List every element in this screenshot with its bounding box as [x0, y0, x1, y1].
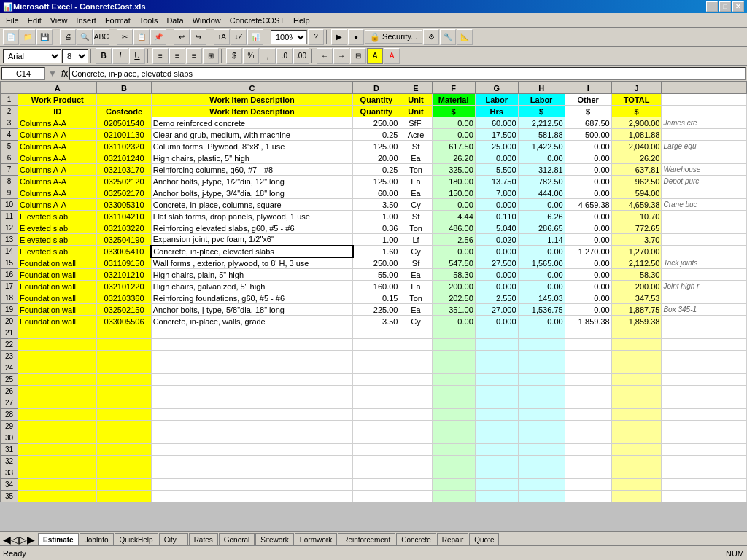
cell-c31[interactable]	[151, 444, 353, 456]
security-button[interactable]: 🔒 Security...	[365, 30, 422, 44]
underline-button[interactable]: U	[129, 48, 145, 64]
cell-c25[interactable]	[151, 374, 353, 386]
cell-a10[interactable]: Columns A-A	[18, 199, 97, 211]
cell-c17[interactable]: High chairs, galvanized, 5" high	[151, 281, 353, 292]
cell-f23[interactable]	[432, 351, 475, 362]
cell-f19[interactable]: 351.00	[432, 304, 475, 316]
cell-b19[interactable]: 032502150	[97, 304, 151, 316]
cell-i22[interactable]	[565, 339, 611, 351]
cell-b20[interactable]: 033005506	[97, 316, 151, 327]
cell-k15[interactable]: Tack joints	[662, 257, 747, 269]
cell-h33[interactable]	[518, 467, 565, 479]
cell-h34[interactable]	[518, 479, 565, 491]
cell-f31[interactable]	[432, 444, 475, 456]
cell-d30[interactable]	[353, 432, 400, 444]
cell-g6[interactable]: 0.000	[475, 152, 518, 164]
cell-a16[interactable]: Foundation wall	[18, 269, 97, 281]
cell-a12[interactable]: Elevated slab	[18, 222, 97, 234]
cell-e18[interactable]: Ton	[400, 292, 432, 304]
cell-b16[interactable]: 032101210	[97, 269, 151, 281]
cell-b21[interactable]	[97, 327, 151, 339]
cell-f32[interactable]	[432, 456, 475, 467]
comma-button[interactable]: ,	[260, 48, 276, 64]
tab-jobinfo[interactable]: JobInfo	[80, 533, 114, 545]
cell-f6[interactable]: 26.20	[432, 152, 475, 164]
print-preview-button[interactable]: 🔍	[77, 29, 93, 45]
cell-k16[interactable]	[662, 269, 747, 281]
cell-a7[interactable]: Columns A-A	[18, 164, 97, 176]
cell-f34[interactable]	[432, 479, 475, 491]
cell-j10[interactable]: 4,659.38	[611, 199, 662, 211]
cell-b13[interactable]: 032504190	[97, 234, 151, 246]
cell-b6[interactable]: 032101240	[97, 152, 151, 164]
align-left-button[interactable]: ≡	[152, 48, 169, 64]
cell-i17[interactable]: 0.00	[565, 281, 611, 292]
maximize-button[interactable]: □	[719, 1, 731, 12]
font-name-select[interactable]: Arial	[3, 49, 61, 63]
cell-j35[interactable]	[611, 491, 662, 502]
align-right-button[interactable]: ≡	[186, 48, 202, 64]
cell-d21[interactable]	[353, 327, 400, 339]
cell-i5[interactable]: 0.00	[565, 141, 611, 152]
cell-i4[interactable]: 500.00	[565, 129, 611, 141]
cell-g34[interactable]	[475, 479, 518, 491]
cell-h28[interactable]	[518, 409, 565, 421]
paste-button[interactable]: 📌	[150, 29, 166, 45]
cell-f20[interactable]: 0.00	[432, 316, 475, 327]
cell-j28[interactable]	[611, 409, 662, 421]
cell-j15[interactable]: 2,112.50	[611, 257, 662, 269]
cell-i24[interactable]	[565, 362, 611, 374]
menu-concretecost[interactable]: ConcreteCOST	[225, 15, 289, 26]
cell-c12[interactable]: Reinforcing elevated slabs, g60, #5 - #6	[151, 222, 353, 234]
cell-d29[interactable]	[353, 421, 400, 432]
cell-f28[interactable]	[432, 409, 475, 421]
cell-k18[interactable]	[662, 292, 747, 304]
cell-g10[interactable]: 0.000	[475, 199, 518, 211]
cell-e15[interactable]: Sf	[400, 257, 432, 269]
col-header-I[interactable]: I	[565, 82, 611, 94]
cell-f33[interactable]	[432, 467, 475, 479]
cell-i13[interactable]: 0.00	[565, 234, 611, 246]
menu-data[interactable]: Data	[162, 15, 187, 26]
cell-d24[interactable]	[353, 362, 400, 374]
cell-f35[interactable]	[432, 491, 475, 502]
cell-d35[interactable]	[353, 491, 400, 502]
cell-d10[interactable]: 3.50	[353, 199, 400, 211]
cell-b29[interactable]	[97, 421, 151, 432]
cell-i9[interactable]: 0.00	[565, 187, 611, 199]
cell-b28[interactable]	[97, 409, 151, 421]
cell-e3[interactable]: SfFl	[400, 117, 432, 129]
col-header-C[interactable]: C	[151, 82, 353, 94]
cell-g4[interactable]: 17.500	[475, 129, 518, 141]
cell-c21[interactable]	[151, 327, 353, 339]
menu-insert[interactable]: Insert	[71, 15, 101, 26]
cell-c33[interactable]	[151, 467, 353, 479]
cell-j11[interactable]: 10.70	[611, 211, 662, 222]
cell-h20[interactable]: 0.00	[518, 316, 565, 327]
cell-e26[interactable]	[400, 386, 432, 397]
cell-k27[interactable]	[662, 397, 747, 409]
cell-j23[interactable]	[611, 351, 662, 362]
cell-i19[interactable]: 0.00	[565, 304, 611, 316]
cell-j31[interactable]	[611, 444, 662, 456]
cell-d19[interactable]: 225.00	[353, 304, 400, 316]
cell-f18[interactable]: 202.50	[432, 292, 475, 304]
cell-k22[interactable]	[662, 339, 747, 351]
cell-b14[interactable]: 033005410	[97, 246, 151, 257]
cell-h6[interactable]: 0.00	[518, 152, 565, 164]
cell-i23[interactable]	[565, 351, 611, 362]
tab-city[interactable]: City	[159, 533, 188, 545]
cell-b8[interactable]: 032502120	[97, 176, 151, 187]
cell-j24[interactable]	[611, 362, 662, 374]
cell-a31[interactable]	[18, 444, 97, 456]
cell-H1[interactable]: Labor	[518, 94, 565, 106]
cell-a24[interactable]	[18, 362, 97, 374]
cell-d20[interactable]: 3.50	[353, 316, 400, 327]
currency-button[interactable]: $	[226, 48, 242, 64]
cell-f15[interactable]: 547.50	[432, 257, 475, 269]
cell-k33[interactable]	[662, 467, 747, 479]
tab-reinforcement[interactable]: Reinforcement	[338, 533, 395, 545]
tools2-button[interactable]: 🔧	[440, 29, 456, 45]
cell-e29[interactable]	[400, 421, 432, 432]
cell-i10[interactable]: 4,659.38	[565, 199, 611, 211]
